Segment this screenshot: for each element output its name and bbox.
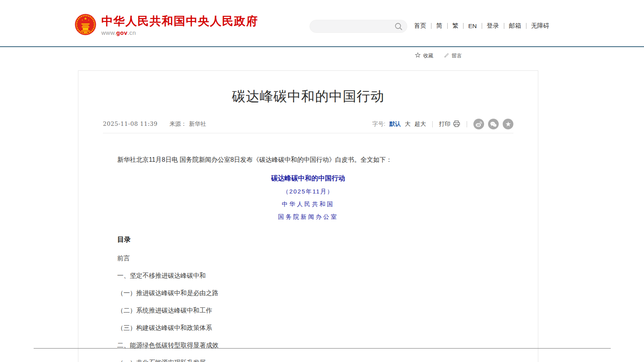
- favorite-label: 收藏: [423, 52, 433, 59]
- printer-icon: [453, 120, 460, 129]
- toolbar-separator: [467, 121, 467, 127]
- site-logo[interactable]: 中华人民共和国中央人民政府 www.gov.cn: [74, 13, 258, 37]
- site-url-highlight: gov: [116, 29, 127, 36]
- nav-english[interactable]: EN: [468, 23, 477, 30]
- nav-mail[interactable]: 邮箱: [509, 22, 521, 30]
- comment-label: 留言: [452, 52, 462, 59]
- bottom-divider: [34, 348, 611, 349]
- toolbar-separator: [432, 121, 433, 127]
- search-icon[interactable]: [394, 22, 403, 31]
- article-meta: 2025-11-08 11:39 来源： 新华社: [103, 120, 206, 128]
- site-identity: 中华人民共和国中央人民政府 www.gov.cn: [101, 15, 258, 36]
- toc-heading: 目录: [117, 235, 513, 244]
- nav-accessibility[interactable]: 无障碍: [531, 22, 550, 30]
- toc-item-2: 二、能源绿色低碳转型取得显著成效: [117, 342, 513, 349]
- article-card: 碳达峰碳中和的中国行动 2025-11-08 11:39 来源： 新华社 字号:…: [78, 70, 538, 362]
- meta-divider: [103, 133, 513, 133]
- toc-item-1-1: （一）推进碳达峰碳中和是必由之路: [117, 290, 513, 296]
- source-value[interactable]: 新华社: [189, 120, 207, 128]
- nav-login[interactable]: 登录: [487, 22, 499, 30]
- header-divider: [0, 46, 644, 47]
- document-date: （2025年11月）: [103, 188, 513, 195]
- favorite-button[interactable]: 收藏: [415, 52, 433, 59]
- page-actions: 收藏 留言: [415, 52, 462, 59]
- search-input[interactable]: [316, 23, 394, 30]
- share-group: [473, 119, 513, 129]
- page: 中华人民共和国中央人民政府 www.gov.cn 首页 简 繁 EN 登录: [0, 0, 644, 362]
- nav-home[interactable]: 首页: [414, 22, 426, 30]
- article-body: 新华社北京11月8日电 国务院新闻办公室8日发布《碳达峰碳中和的中国行动》白皮书…: [103, 155, 513, 362]
- publish-date: 2025-11-08 11:39: [103, 121, 158, 127]
- star-icon: [415, 52, 421, 59]
- print-button[interactable]: 打印: [439, 120, 460, 129]
- site-title: 中华人民共和国中央人民政府: [101, 15, 258, 28]
- national-emblem-icon: [74, 13, 97, 37]
- site-url: www.gov.cn: [101, 29, 258, 36]
- nav-separator: [482, 23, 482, 29]
- qzone-icon[interactable]: [503, 119, 513, 129]
- article-meta-row: 2025-11-08 11:39 来源： 新华社 字号: 默认 大 超大 打印: [103, 119, 513, 129]
- pencil-icon: [444, 53, 449, 59]
- nav-traditional[interactable]: 繁: [452, 22, 459, 30]
- toc-item-preface: 前言: [117, 255, 513, 262]
- top-nav: 首页 简 繁 EN 登录 邮箱 无障碍: [414, 22, 549, 30]
- weibo-icon[interactable]: [473, 119, 484, 129]
- font-size-xlarge[interactable]: 超大: [414, 120, 426, 128]
- font-size-large[interactable]: 大: [405, 120, 411, 128]
- source-label: 来源：: [169, 120, 187, 128]
- site-url-suffix: .cn: [127, 29, 136, 36]
- toc-item-2-1: （一）非化石能源实现跃升发展: [117, 359, 513, 362]
- print-label: 打印: [439, 120, 450, 128]
- article-toolbar: 字号: 默认 大 超大 打印: [372, 119, 513, 129]
- page-title: 碳达峰碳中和的中国行动: [103, 87, 513, 106]
- font-size-label: 字号:: [372, 120, 385, 128]
- nav-separator: [526, 23, 526, 29]
- document-org-line-2: 国务院新闻办公室: [103, 213, 513, 221]
- site-header: 中华人民共和国中央人民政府 www.gov.cn 首页 简 繁 EN 登录: [0, 0, 644, 46]
- toc-item-1-2: （二）系统推进碳达峰碳中和工作: [117, 307, 513, 314]
- nav-separator: [431, 23, 431, 29]
- nav-simplified[interactable]: 简: [436, 22, 443, 30]
- site-url-prefix: www.: [101, 29, 116, 36]
- nav-separator: [463, 23, 464, 29]
- toc-item-1-3: （三）构建碳达峰碳中和政策体系: [117, 324, 513, 331]
- font-size-default[interactable]: 默认: [389, 120, 401, 128]
- comment-button[interactable]: 留言: [444, 52, 462, 59]
- toc-item-1: 一、坚定不移推进碳达峰碳中和: [117, 272, 513, 279]
- search-box: [310, 20, 407, 33]
- nav-separator: [504, 23, 504, 29]
- wechat-icon[interactable]: [488, 119, 499, 129]
- document-title: 碳达峰碳中和的中国行动: [103, 174, 513, 183]
- lead-paragraph: 新华社北京11月8日电 国务院新闻办公室8日发布《碳达峰碳中和的中国行动》白皮书…: [117, 155, 513, 164]
- nav-separator: [447, 23, 448, 29]
- document-org-line-1: 中华人民共和国: [103, 201, 513, 208]
